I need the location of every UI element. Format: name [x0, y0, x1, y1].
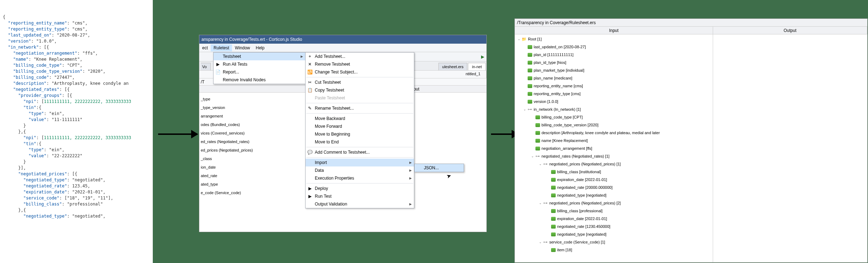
menu-item-copy-testsheet[interactable]: 📋Copy Testsheet: [306, 86, 414, 94]
attribute-icon: [527, 68, 533, 73]
run-icon[interactable]: ▶: [481, 54, 484, 59]
json-editor[interactable]: { "reporting_entity_name": "cms", "repor…: [0, 0, 153, 263]
tree-row[interactable]: negotiated_type [negotiated]: [515, 230, 713, 238]
expander-icon[interactable]: ⌄: [517, 37, 521, 41]
tree-row[interactable]: billing_code_type_version [2020]: [515, 121, 713, 129]
menu-item-output-validation[interactable]: Output Validation: [306, 200, 414, 208]
tree-row[interactable]: ⌄⊶service_code (Service_code) [1]: [515, 238, 713, 246]
tree-label: plan_id_type [hios]: [534, 60, 566, 65]
expander-icon[interactable]: ⌄: [523, 108, 527, 111]
menu-icon: ▶: [215, 61, 221, 67]
attribute-icon: [527, 83, 533, 88]
tree-row[interactable]: ⌄⊶negotiated_prices (Negotiated_prices) …: [515, 199, 713, 207]
expander-icon[interactable]: ⌄: [538, 240, 543, 244]
menu-separator: [306, 113, 413, 114]
tree-row[interactable]: expiration_date [2022-01-01]: [515, 176, 713, 183]
menu-item-data[interactable]: Data: [306, 166, 414, 174]
tree-row[interactable]: negotiation_arrangement [ffs]: [515, 144, 713, 152]
tree-row[interactable]: ⌄⊶negotiated_prices (Negotiated_prices) …: [515, 160, 713, 168]
menu-icon: ✂: [307, 80, 313, 85]
menu-item-import[interactable]: Import: [306, 159, 414, 166]
tree-row[interactable]: reporting_entity_name [cms]: [515, 82, 713, 90]
menu-item-remove-testsheet[interactable]: ✕Remove Testsheet: [306, 60, 414, 68]
menu-item-label: Data: [315, 168, 324, 173]
tree-label: negotiated_type [negotiated]: [557, 232, 606, 236]
tree-row[interactable]: last_updated_on [2020-08-27]: [515, 43, 713, 51]
subtab-untitled[interactable]: ntitled_1: [460, 71, 486, 78]
attribute-icon: [527, 60, 533, 65]
menu-item-testsheet[interactable]: Testsheet: [214, 53, 305, 60]
expander-icon[interactable]: ⌄: [530, 154, 535, 158]
tree-row[interactable]: plan_name [medicare]: [515, 74, 713, 82]
menu-item-label: Move Forward: [315, 124, 342, 129]
menu-item-run-test[interactable]: ▶Run Test: [306, 192, 414, 200]
tree-row[interactable]: expiration_date [2022-01-01]: [515, 215, 713, 223]
menu-icon: ✎: [307, 105, 313, 111]
tree-label: name [Knee Replacement]: [541, 138, 588, 143]
menu-separator: [306, 147, 413, 147]
import-submenu[interactable]: JSON...: [414, 164, 464, 172]
menu-icon: 💬: [307, 149, 313, 155]
menu-ruletest[interactable]: Ruletest: [211, 44, 232, 51]
menu-item-move-backward[interactable]: Move Backward: [306, 115, 414, 122]
menu-item-run-all-tests[interactable]: ▶Run All Tests: [214, 60, 305, 68]
tree-row[interactable]: plan_market_type [individual]: [515, 66, 713, 74]
tree-row[interactable]: ⌄⊶in_network (In_network) [1]: [515, 105, 713, 113]
attribute-icon: [527, 76, 533, 81]
menu-item-remove-invalid-nodes[interactable]: Remove Invalid Nodes: [214, 76, 305, 84]
menu-window[interactable]: Window: [232, 44, 253, 51]
tree-row[interactable]: ⌄📁Root [1]: [515, 35, 713, 43]
menu-item-json[interactable]: JSON...: [415, 164, 464, 172]
menu-item-add-comment-to-testsheet[interactable]: 💬Add Comment to Testsheet...: [306, 148, 414, 156]
tree-row[interactable]: plan_id_type [hios]: [515, 59, 713, 66]
attribute-icon: [550, 185, 556, 190]
tree-row[interactable]: version [1.0.0]: [515, 98, 713, 105]
menu-item-move-forward[interactable]: Move Forward: [306, 122, 414, 130]
menu-item-report[interactable]: 📄Report...: [214, 68, 305, 76]
tree-row[interactable]: item [18]: [515, 246, 713, 254]
json-code[interactable]: { "reporting_entity_name": "cms", "repor…: [3, 14, 150, 219]
menu-item-cut-testsheet[interactable]: ✂Cut Testsheet: [306, 78, 414, 86]
expander-icon[interactable]: ⌄: [538, 201, 543, 205]
menu-item-change-test-subject[interactable]: 🔁Change Test Subject...: [306, 68, 414, 76]
tree-row[interactable]: billing_code_type [CPT]: [515, 113, 713, 121]
output-tree[interactable]: [713, 34, 867, 262]
tree-row[interactable]: negotiated_type [negotiated]: [515, 191, 713, 199]
tree-row[interactable]: billing_class [institutional]: [515, 168, 713, 176]
menu-item-move-to-end[interactable]: Move to End: [306, 138, 414, 146]
tree-row[interactable]: description [Arthroplasty, knee condyle …: [515, 129, 713, 137]
rulesheet-title: /Transparency in Coverage/Rulesheet.ers: [515, 19, 867, 27]
ide-window: ansparency in Coverage/Tests.ert - Corti…: [199, 35, 487, 232]
tree-label: negotiated_type [negotiated]: [557, 193, 606, 197]
menu-item-rename-testsheet[interactable]: ✎Rename Testsheet...: [306, 104, 414, 112]
tree-row[interactable]: negotiated_rate [20000.000000]: [515, 183, 713, 191]
ruletest-menu[interactable]: Testsheet▶Run All Tests📄Report...Remove …: [213, 52, 306, 84]
attribute-icon: [535, 146, 540, 151]
tree-row[interactable]: reporting_entity_type [cms]: [515, 90, 713, 98]
menu-item-move-to-beginning[interactable]: Move to Beginning: [306, 130, 414, 138]
menu-icon: ▶: [307, 193, 313, 199]
tab-rulesheet[interactable]: ulesheet.ers: [438, 63, 468, 70]
arrow-icon: [158, 133, 192, 135]
tree-row[interactable]: billing_class [professional]: [515, 207, 713, 215]
tree-row[interactable]: ⌄⊶negotiated_rates (Negotiated_rates) [1…: [515, 152, 713, 160]
tab-innet[interactable]: in-net: [468, 63, 486, 70]
menu-bar[interactable]: ect Ruletest Window Help: [199, 44, 486, 52]
testsheet-submenu[interactable]: +Add Testsheet...✕Remove Testsheet🔁Chang…: [305, 52, 414, 208]
tree-label: negotiated_rates (Negotiated_rates) [1]: [541, 154, 609, 158]
tree-row[interactable]: name [Knee Replacement]: [515, 137, 713, 144]
menu-item-label: Move Backward: [315, 116, 345, 121]
expander-icon[interactable]: ⌄: [538, 162, 543, 166]
tab-vo[interactable]: Vo: [201, 63, 211, 70]
tree-label: last_updated_on [2020-08-27]: [534, 45, 586, 49]
tree-row[interactable]: plan_id [11111111111]: [515, 51, 713, 59]
menu-item-deploy[interactable]: ▶Deploy: [306, 185, 414, 192]
menu-help[interactable]: Help: [253, 44, 268, 51]
input-tree[interactable]: ⌄📁Root [1]last_updated_on [2020-08-27]pl…: [515, 34, 713, 262]
menu-item-execution-properties[interactable]: Execution Properties: [306, 174, 414, 182]
tree-row[interactable]: negotiated_rate [1230.450000]: [515, 223, 713, 230]
menu-ect[interactable]: ect: [199, 44, 211, 51]
menu-item-label: Import: [315, 160, 327, 165]
attribute-icon: [527, 52, 533, 57]
menu-item-add-testsheet[interactable]: +Add Testsheet...: [306, 53, 414, 60]
